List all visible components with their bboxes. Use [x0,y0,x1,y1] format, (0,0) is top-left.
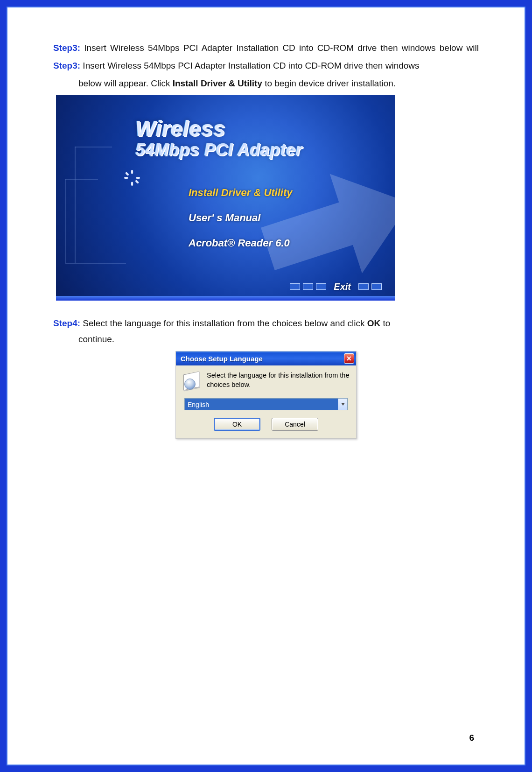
exit-row: Exit [56,277,387,296]
step3-text-1: Insert Wireless 54Mbps PCI Adapter Insta… [80,61,420,70]
decorative-bars-icon [290,283,326,290]
dialog-message: Select the language for this installatio… [207,371,350,391]
svg-rect-3 [124,177,128,179]
svg-rect-6 [135,180,139,184]
menu-acrobat-reader[interactable]: Acrobat® Reader 6.0 [189,237,293,249]
dialog-buttons: OK Cancel [182,418,350,433]
chevron-down-icon [338,399,347,410]
language-dialog-wrap: Choose Setup Language ✕ Select the langu… [175,351,357,439]
decorative-strip [56,296,395,301]
svg-rect-1 [131,170,133,174]
close-icon: ✕ [346,355,352,362]
choose-language-dialog: Choose Setup Language ✕ Select the langu… [175,351,357,439]
step4-bold: OK [367,318,381,328]
svg-rect-4 [136,177,140,179]
exit-button[interactable]: Exit [334,281,351,292]
step4-paragraph: Step4: Select the language for this inst… [53,315,479,332]
dialog-body: Select the language for this installatio… [176,365,356,438]
ok-button[interactable]: OK [214,418,260,431]
autorun-title: Wireless [135,116,225,141]
language-dropdown[interactable]: English [184,398,348,410]
step4-text-before: Select the language for this installatio… [80,318,367,328]
step4-text-after: to [380,318,390,328]
language-selected: English [185,399,338,410]
decorative-lines [56,95,131,301]
step3-label: Step3: [53,43,80,53]
menu-install-driver[interactable]: Install Driver & Utility [189,187,293,199]
setup-icon [182,371,201,391]
dialog-titlebar: Choose Setup Language ✕ [176,351,356,365]
autorun-menu: Install Driver & Utility User' s Manual … [189,187,293,249]
step3-paragraph: Step3: Insert Wireless 54Mbps PCI Adapte… [53,57,479,75]
svg-rect-2 [131,182,133,186]
spinner-icon [124,170,140,186]
step3-text-3: to begin device driver installation. [262,78,396,88]
svg-rect-5 [125,172,129,176]
step3-bold: Install Driver & Utility [173,78,262,88]
dialog-title: Choose Setup Language [181,355,344,363]
decorative-bars-icon [358,283,382,290]
step3-text-2: below will appear. Click [78,78,173,88]
autorun-window: Wireless 54Mbps PCI Adapter Install Driv… [56,95,395,301]
autorun-subtitle: 54Mbps PCI Adapter [135,140,302,160]
document-page: Step3: Insert Wireless 54Mbps PCI Adapte… [5,5,527,767]
step4-line2: continue. [53,330,479,348]
svg-marker-7 [341,403,345,406]
menu-users-manual[interactable]: User' s Manual [189,212,293,224]
page-number: 6 [469,733,474,743]
cancel-button[interactable]: Cancel [272,418,318,431]
step3-paragraph-line2: below will appear. Click Install Driver … [53,75,479,92]
step3-label: Step3: [53,61,80,70]
step4-label: Step4: [53,318,80,328]
step4-continue: continue. [78,334,114,344]
close-button[interactable]: ✕ [344,353,354,364]
